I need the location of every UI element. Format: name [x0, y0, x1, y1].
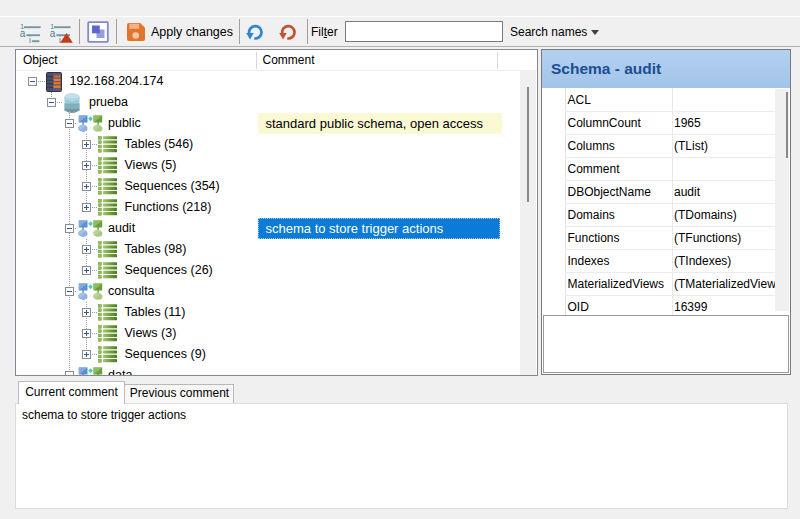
svg-text:a: a: [20, 28, 26, 39]
svg-text:i: i: [29, 35, 31, 43]
svg-text:i: i: [59, 35, 61, 43]
svg-text:a: a: [50, 28, 56, 39]
